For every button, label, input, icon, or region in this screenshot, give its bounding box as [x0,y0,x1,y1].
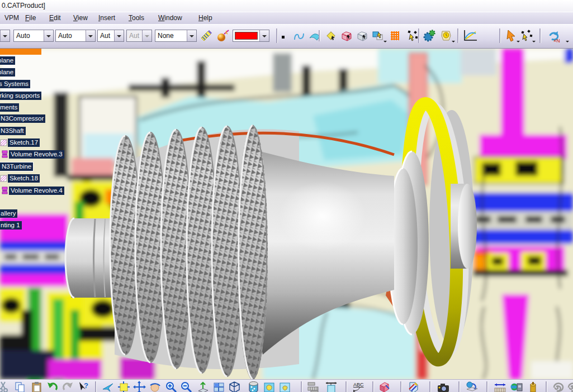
tree-item-clipped-orange[interactable] [0,49,41,55]
tree-item-sketch17[interactable]: Sketch.17 [0,138,40,147]
pan-icon[interactable] [133,381,146,392]
camera-capture-icon[interactable] [436,381,449,392]
tree-item-sketch18[interactable]: Sketch.18 [0,174,40,183]
point-dot-icon[interactable] [282,36,285,39]
menu-insert[interactable]: Insert [98,14,115,22]
measure-between-icon[interactable] [493,381,506,392]
paintbrush-icon[interactable] [199,29,214,44]
cone-shaft[interactable] [250,149,394,355]
combo-aut-3[interactable]: Aut [97,30,124,42]
multi-select-icon[interactable] [520,29,534,44]
chevron-down-icon[interactable] [86,30,95,41]
multi-view-icon[interactable] [212,381,225,392]
tree-item-volume-revolve3[interactable]: Volume Revolve.3 [1,150,64,159]
context-help-icon[interactable]: ? [77,381,90,392]
menu-help[interactable]: Help [198,14,212,22]
menu-file[interactable]: File [25,14,36,22]
tree-item-volume-revolve4[interactable]: Volume Revolve.4 [1,187,64,195]
color-swatch-combo[interactable] [233,30,269,42]
graph-icon[interactable] [462,29,476,44]
bladed-disk-stage-6[interactable] [238,125,268,379]
chevron-down-icon[interactable] [566,41,569,44]
section-box-icon[interactable] [378,381,391,392]
viewport[interactable]: plane plane s Systems rking supports men… [0,49,573,379]
toolbar-separator [418,28,420,43]
rotate-icon[interactable] [149,381,162,392]
tree-item-gallery[interactable]: allery [0,209,17,218]
zoom-in-icon[interactable] [165,381,178,392]
chevron-down-icon[interactable] [452,41,455,44]
gears-icon[interactable] [423,29,437,44]
toolbar-separator [457,28,459,43]
combo-none[interactable]: None [155,30,197,42]
inertia-icon[interactable] [527,381,539,392]
surface-patch-icon[interactable] [308,29,323,44]
menu-window[interactable]: Window [158,14,182,22]
combo-clipped[interactable] [0,30,10,42]
analysis-grid-icon[interactable] [388,29,402,44]
face-clock-icon[interactable] [439,29,454,44]
spiral-a-icon[interactable] [552,381,565,392]
toolbar-separator [429,381,431,392]
tree-item-n3shaft[interactable]: N3Shaft [0,127,26,135]
tree-item-working-supports[interactable]: rking supports [0,92,41,100]
constraint-shield-icon[interactable] [407,381,420,392]
chevron-down-icon[interactable] [383,41,387,44]
measure-frame-icon[interactable] [324,381,337,392]
zoom-out-icon[interactable] [180,381,193,392]
chevron-down-icon[interactable] [532,41,536,44]
paste-icon[interactable] [30,381,43,392]
plane-diamond-icon[interactable] [324,29,339,44]
toolbar-separator [345,381,347,392]
combo-auto-1[interactable]: Auto [13,30,54,42]
fly-mode-icon[interactable] [102,381,115,392]
menu-vpm[interactable]: VPM [4,14,19,22]
turntable-icon[interactable] [465,381,478,392]
render-style-icon[interactable] [247,381,260,392]
copy-icon[interactable] [13,381,26,392]
pick-red-box-icon[interactable] [340,29,354,44]
tree-item-n3turbine[interactable]: N3Turbine [0,162,33,171]
toolbar-separator [319,30,320,41]
chevron-down-icon[interactable] [114,30,124,41]
menu-view[interactable]: View [73,14,88,22]
mass-properties-icon[interactable] [510,381,523,392]
tree-item-plane[interactable]: plane [0,56,15,65]
fit-all-in-icon[interactable] [117,381,130,392]
chevron-down-icon[interactable] [259,30,269,41]
redo-icon [61,381,74,392]
spiral-b-icon[interactable] [567,381,573,392]
volume-revolve-icon [1,150,8,158]
cut-icon[interactable] [0,381,10,392]
redo-n-icon[interactable]: ×N [546,29,568,44]
chevron-down-icon[interactable] [187,30,196,41]
text-annotation-icon[interactable]: ABC [351,381,368,392]
specification-tree: plane plane s Systems rking supports men… [0,49,145,283]
menu-tools[interactable]: Tools [129,14,144,22]
hide-show-icon[interactable] [263,381,276,392]
tree-item-plane[interactable]: plane [0,68,15,77]
menu-edit[interactable]: Edit [49,14,61,22]
spline-icon[interactable] [292,29,306,44]
tree-item-n3compressor[interactable]: N3Compressor [0,114,45,123]
measure-stack-icon[interactable] [306,381,319,392]
pick-gray-box-icon[interactable] [356,29,370,44]
chevron-down-icon[interactable] [0,30,10,41]
tree-item-painting1[interactable]: nting 1 [0,221,22,230]
chevron-down-icon[interactable] [44,30,53,41]
chevron-down-icon [142,30,151,41]
tree-item-axis-systems[interactable]: s Systems [0,80,30,88]
undo-icon[interactable] [46,381,59,392]
bladed-disk-stage-5[interactable] [212,126,242,376]
swap-visible-space-icon[interactable] [278,381,291,392]
material-ball-icon[interactable] [216,29,230,44]
toolbar-separator [372,381,374,392]
svg-text:ABC: ABC [353,382,364,388]
toolbar-separator [95,381,97,392]
isometric-view-icon[interactable] [228,381,241,392]
assembly-pick-icon[interactable] [371,29,386,44]
select-arrow-icon[interactable] [504,29,519,44]
normal-view-icon[interactable] [197,381,210,392]
combo-auto-2[interactable]: Auto [55,30,96,42]
tree-item-elements[interactable]: ments [0,103,19,112]
